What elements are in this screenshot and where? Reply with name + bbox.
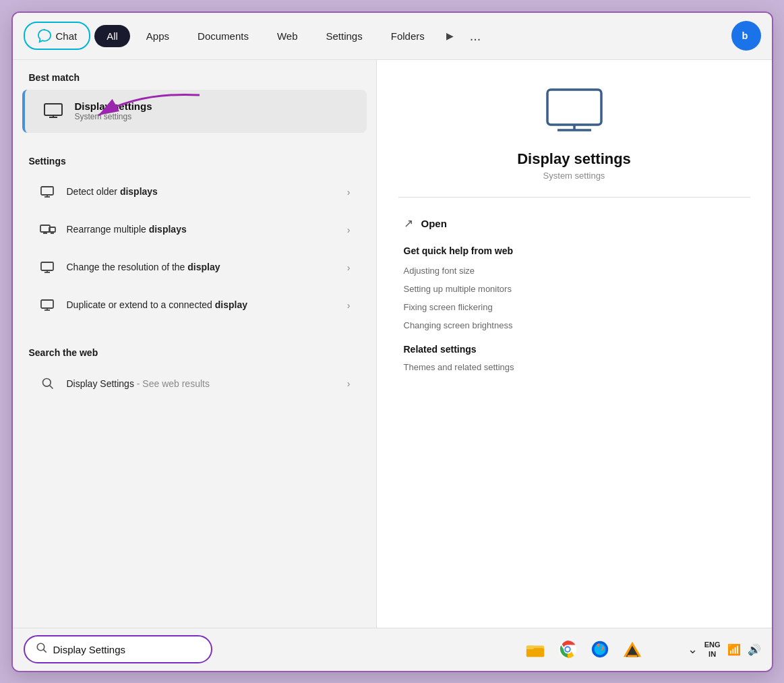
svg-text:b: b xyxy=(742,30,748,41)
settings-item-detect[interactable]: Detect older displays › xyxy=(22,173,367,211)
chevron-icon-web: › xyxy=(347,378,351,389)
display-settings-icon xyxy=(41,99,65,123)
vlc-icon[interactable] xyxy=(619,636,646,663)
item-text-duplicate: Duplicate or extend to a connected displ… xyxy=(67,299,338,312)
monitor-icon-2 xyxy=(38,220,57,239)
quick-help-label: Get quick help from web xyxy=(377,239,772,262)
related-settings-label: Related settings xyxy=(377,334,772,359)
svg-rect-22 xyxy=(547,90,601,125)
left-panel: Best match Display settings System setti… xyxy=(13,60,377,628)
svg-rect-14 xyxy=(41,262,53,270)
svg-rect-17 xyxy=(41,300,53,308)
search-window: Chat All Apps Documents Web Settings Fol… xyxy=(11,11,773,672)
monitor-icon-4 xyxy=(38,296,57,315)
svg-rect-6 xyxy=(41,187,53,195)
chevron-icon-2: › xyxy=(347,225,351,235)
best-match-subtitle: System settings xyxy=(75,112,152,121)
svg-point-20 xyxy=(42,378,51,386)
display-icon-large xyxy=(544,87,605,138)
best-match-title: Display settings xyxy=(75,100,152,112)
link-multiple-monitors[interactable]: Setting up multiple monitors xyxy=(377,280,772,298)
tab-folders[interactable]: Folders xyxy=(379,25,437,47)
monitor-icon-1 xyxy=(38,183,57,202)
open-label: Open xyxy=(421,218,447,229)
taskbar-search-box[interactable] xyxy=(24,635,212,663)
bing-button[interactable]: b xyxy=(731,21,761,51)
play-icon[interactable]: ▶ xyxy=(441,28,459,44)
svg-rect-37 xyxy=(627,655,637,657)
svg-point-25 xyxy=(37,643,44,651)
web-item-text: Display Settings - See web results xyxy=(67,378,338,389)
more-options-button[interactable]: ... xyxy=(463,26,488,47)
svg-line-21 xyxy=(49,385,53,388)
chrome-icon[interactable] xyxy=(554,636,581,663)
search-icon-left xyxy=(38,374,57,393)
settings-item-duplicate[interactable]: Duplicate or extend to a connected displ… xyxy=(22,287,367,324)
best-match-item[interactable]: Display settings System settings xyxy=(22,90,367,133)
best-match-label: Best match xyxy=(13,60,376,90)
taskbar-system: ⌄ ENG IN 📶 🔊 xyxy=(688,640,761,659)
settings-section-label: Settings xyxy=(13,144,376,173)
chat-icon xyxy=(37,28,52,43)
chevron-icon-3: › xyxy=(347,262,351,273)
system-tray-icon[interactable]: ⌄ xyxy=(688,642,698,657)
tab-settings[interactable]: Settings xyxy=(314,25,375,47)
svg-rect-2 xyxy=(44,104,62,115)
purple-arrow xyxy=(85,88,206,129)
right-subtitle: System settings xyxy=(543,171,605,181)
tab-apps[interactable]: Apps xyxy=(134,25,181,47)
related-link-themes[interactable]: Themes and related settings xyxy=(377,359,772,376)
right-divider xyxy=(398,197,750,198)
tab-all[interactable]: All xyxy=(94,25,130,47)
svg-rect-9 xyxy=(40,225,50,232)
svg-point-32 xyxy=(566,647,570,651)
web-search-item[interactable]: Display Settings - See web results › xyxy=(22,365,367,403)
chevron-icon-1: › xyxy=(347,187,351,198)
settings-item-rearrange[interactable]: Rearrange multiple displays › xyxy=(22,211,367,249)
item-text-detect: Detect older displays xyxy=(67,185,338,199)
taskbar-icons xyxy=(522,636,646,663)
firefox-icon[interactable] xyxy=(586,636,613,663)
wifi-icon[interactable]: 📶 xyxy=(727,643,741,656)
svg-line-26 xyxy=(43,650,46,653)
chevron-icon-4: › xyxy=(347,300,351,311)
tab-chat[interactable]: Chat xyxy=(24,22,91,50)
taskbar-search-icon xyxy=(36,642,48,657)
svg-rect-29 xyxy=(526,645,534,649)
link-screen-brightness[interactable]: Changing screen brightness xyxy=(377,316,772,334)
file-explorer-icon[interactable] xyxy=(522,636,549,663)
language-indicator: ENG IN xyxy=(704,640,721,659)
svg-rect-28 xyxy=(526,648,544,657)
web-section-label: Search the web xyxy=(13,335,376,365)
right-header: Display settings System settings xyxy=(377,60,772,197)
link-font-size[interactable]: Adjusting font size xyxy=(377,262,772,280)
item-text-rearrange: Rearrange multiple displays xyxy=(67,223,338,237)
nav-bar: Chat All Apps Documents Web Settings Fol… xyxy=(13,13,772,60)
tab-documents[interactable]: Documents xyxy=(185,25,261,47)
right-title: Display settings xyxy=(517,150,631,168)
right-panel: Display settings System settings ↗︎ Open… xyxy=(377,60,772,628)
open-external-icon: ↗︎ xyxy=(404,216,413,231)
monitor-icon-3 xyxy=(38,258,57,277)
search-input[interactable] xyxy=(53,644,181,655)
settings-item-resolution[interactable]: Change the resolution of the display › xyxy=(22,249,367,287)
bing-icon: b xyxy=(737,27,755,44)
tab-web[interactable]: Web xyxy=(265,25,310,47)
open-action[interactable]: ↗︎ Open xyxy=(377,208,772,239)
link-screen-flickering[interactable]: Fixing screen flickering xyxy=(377,298,772,316)
item-text-resolution: Change the resolution of the display xyxy=(67,261,338,274)
best-match-text: Display settings System settings xyxy=(75,100,152,121)
svg-point-34 xyxy=(594,644,605,655)
main-content: Best match Display settings System setti… xyxy=(13,60,772,628)
volume-icon[interactable]: 🔊 xyxy=(748,643,761,656)
taskbar: ⌄ ENG IN 📶 🔊 xyxy=(13,628,772,671)
